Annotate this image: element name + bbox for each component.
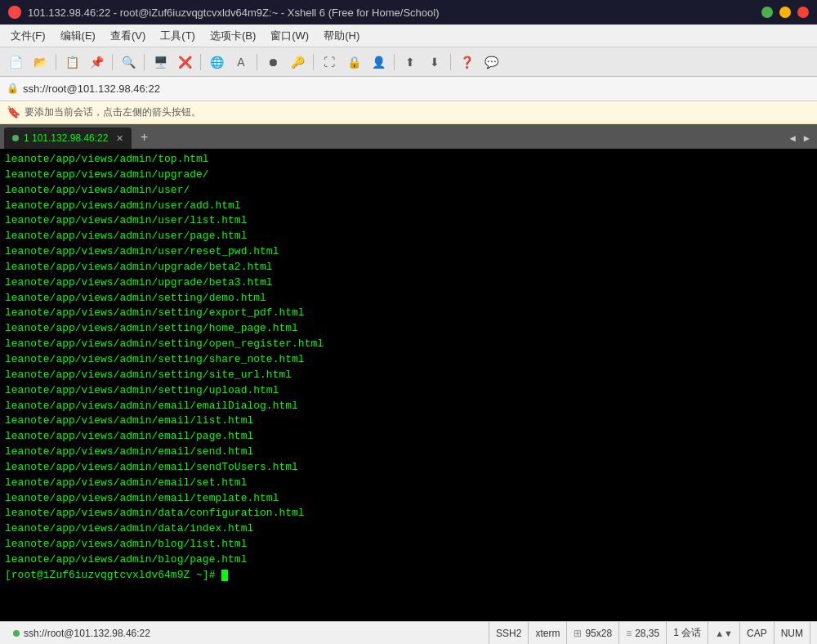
download-btn[interactable]: ⬇	[423, 51, 446, 73]
status-position-text: 28,35	[635, 628, 659, 639]
menu-file[interactable]: 文件(F)	[4, 27, 52, 45]
copy-btn[interactable]: 📋	[60, 51, 83, 73]
sep1	[56, 54, 56, 70]
status-encoding: xterm	[529, 622, 567, 644]
disconnect-btn[interactable]: ❌	[173, 51, 196, 73]
cap-label: CAP	[747, 628, 767, 639]
sep4	[200, 54, 201, 70]
window-title: 101.132.98.46:22 - root@iZuf6iuzvqgtcvxl…	[28, 7, 439, 19]
status-sessions: 1 会话	[667, 622, 708, 644]
globe-btn[interactable]: 🌐	[205, 51, 228, 73]
close-btn[interactable]	[797, 7, 809, 18]
menu-tabs[interactable]: 选项卡(B)	[203, 27, 262, 45]
hint-icon: 🔖	[7, 105, 20, 119]
minimize-btn[interactable]	[761, 7, 773, 18]
terminal-line: leanote/app/views/admin/setting/open_reg…	[5, 337, 812, 352]
maximize-btn[interactable]	[779, 7, 791, 18]
terminal-line: leanote/app/views/admin/setting/upload.h…	[5, 383, 812, 399]
terminal-line: leanote/app/views/admin/user/	[5, 183, 812, 199]
down-arrow-icon: ▼	[724, 628, 733, 638]
status-sessions-text: 1 会话	[673, 626, 701, 640]
sep2	[112, 54, 113, 70]
connect-btn[interactable]: 🖥️	[149, 51, 172, 73]
menubar: 文件(F) 编辑(E) 查看(V) 工具(T) 选项卡(B) 窗口(W) 帮助(…	[0, 25, 817, 47]
terminal-line: leanote/app/views/admin/upgrade/beta2.ht…	[5, 260, 812, 275]
search-btn[interactable]: 🔍	[117, 51, 140, 73]
sep6	[313, 54, 314, 70]
terminal-size-icon: ⊞	[574, 628, 582, 639]
terminal-tab[interactable]: 1 101.132.98.46:22 ✕	[4, 127, 132, 149]
lock-icon: 🔒	[7, 83, 19, 95]
paste-btn[interactable]: 📌	[85, 51, 108, 73]
status-connection: ssh://root@101.132.98.46:22	[7, 622, 489, 644]
sep3	[144, 54, 145, 70]
chat-btn[interactable]: 💬	[480, 51, 502, 73]
terminal-line: leanote/app/views/admin/setting/demo.htm…	[5, 291, 812, 306]
menu-view[interactable]: 查看(V)	[104, 27, 152, 45]
terminal[interactable]: leanote/app/views/admin/top.htmlleanote/…	[0, 149, 817, 621]
tabbar: 1 101.132.98.46:22 ✕ + ◀ ▶	[0, 124, 817, 149]
hintbar: 🔖 要添加当前会话，点击左侧的箭头按钮。	[0, 101, 817, 124]
terminal-line: leanote/app/views/admin/upgrade/	[5, 168, 812, 183]
statusbar: ssh://root@101.132.98.46:22 SSH2 xterm ⊞…	[0, 621, 817, 644]
status-num: NUM	[775, 622, 810, 644]
toolbar: 📄 📂 📋 📌 🔍 🖥️ ❌ 🌐 A ⏺ 🔑 ⛶ 🔒 👤 ⬆ ⬇ ❓ 💬	[0, 47, 817, 77]
upload-btn[interactable]: ⬆	[399, 51, 422, 73]
menu-window[interactable]: 窗口(W)	[264, 27, 315, 45]
help-btn[interactable]: ❓	[455, 51, 478, 73]
status-connection-text: ssh://root@101.132.98.46:22	[24, 628, 150, 639]
terminal-line: leanote/app/views/admin/blog/page.html	[5, 552, 812, 568]
terminal-line: leanote/app/views/admin/setting/share_no…	[5, 352, 812, 368]
status-terminal-size-text: 95x28	[585, 628, 612, 639]
tab-next-btn[interactable]: ▶	[801, 131, 813, 146]
terminal-line: leanote/app/views/admin/upgrade/beta3.ht…	[5, 275, 812, 291]
menu-help[interactable]: 帮助(H)	[317, 27, 366, 45]
terminal-line: leanote/app/views/admin/email/list.html	[5, 414, 812, 429]
addressbar: 🔒 ssh://root@101.132.98.46:22	[0, 77, 817, 101]
fullscreen-btn[interactable]: ⛶	[318, 51, 341, 73]
titlebar-left: 101.132.98.46:22 - root@iZuf6iuzvqgtcvxl…	[8, 6, 439, 19]
new-tab-btn[interactable]: +	[134, 129, 154, 147]
key-btn[interactable]: 🔑	[286, 51, 309, 73]
open-btn[interactable]: 📂	[29, 51, 51, 73]
hint-text: 要添加当前会话，点击左侧的箭头按钮。	[25, 105, 201, 119]
address-text: ssh://root@101.132.98.46:22	[23, 83, 160, 95]
new-session-btn[interactable]: 📄	[4, 51, 27, 73]
status-cap: CAP	[740, 622, 775, 644]
num-label: NUM	[781, 628, 803, 639]
terminal-line: leanote/app/views/admin/email/sendToUser…	[5, 460, 812, 476]
status-arrows: ▲ ▼	[708, 622, 740, 644]
position-icon: ≡	[626, 628, 632, 639]
app-icon	[8, 6, 21, 19]
status-protocol-text: SSH2	[496, 628, 521, 639]
status-encoding-text: xterm	[535, 628, 560, 639]
terminal-line: leanote/app/views/admin/data/configurati…	[5, 506, 812, 521]
terminal-line: leanote/app/views/admin/user/reset_pwd.h…	[5, 244, 812, 260]
status-protocol: SSH2	[489, 622, 529, 644]
terminal-line: leanote/app/views/admin/setting/site_url…	[5, 368, 812, 383]
terminal-line: leanote/app/views/admin/email/emailDialo…	[5, 399, 812, 414]
status-terminal-size: ⊞ 95x28	[567, 622, 619, 644]
tab-prev-btn[interactable]: ◀	[787, 131, 799, 146]
status-dot	[13, 630, 20, 637]
terminal-line: leanote/app/views/admin/email/template.h…	[5, 491, 812, 507]
tab-label: 1 101.132.98.46:22	[24, 132, 108, 144]
tab-status-dot	[12, 135, 19, 141]
status-position: ≡ 28,35	[619, 622, 667, 644]
menu-edit[interactable]: 编辑(E)	[54, 27, 102, 45]
terminal-cursor	[221, 570, 228, 581]
terminal-line: leanote/app/views/admin/setting/export_p…	[5, 306, 812, 321]
sep7	[394, 54, 395, 70]
lock-btn[interactable]: 🔒	[342, 51, 365, 73]
menu-tools[interactable]: 工具(T)	[154, 27, 202, 45]
sep5	[257, 54, 257, 70]
terminal-line: leanote/app/views/admin/email/set.html	[5, 476, 812, 491]
user-btn[interactable]: 👤	[367, 51, 390, 73]
terminal-line: leanote/app/views/admin/data/index.html	[5, 521, 812, 537]
font-btn[interactable]: A	[230, 51, 252, 73]
rec-btn[interactable]: ⏺	[261, 51, 284, 73]
tab-close-btn[interactable]: ✕	[116, 133, 123, 144]
titlebar: 101.132.98.46:22 - root@iZuf6iuzvqgtcvxl…	[0, 0, 817, 25]
terminal-line: leanote/app/views/admin/user/add.html	[5, 199, 812, 214]
tab-navigation: ◀ ▶	[787, 131, 813, 146]
